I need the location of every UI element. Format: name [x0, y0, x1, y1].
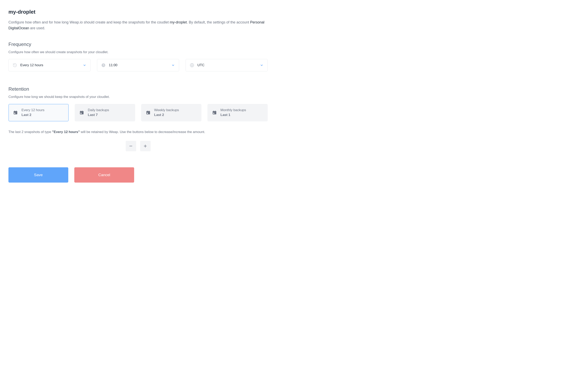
svg-rect-7	[16, 111, 17, 112]
svg-rect-11	[81, 111, 81, 112]
page-description: Configure how often and for how long Wea…	[8, 19, 268, 31]
retention-card-value: Last 7	[88, 113, 109, 117]
frequency-desc: Configure how often we should create sna…	[8, 50, 268, 55]
retention-card-value: Last 1	[220, 113, 246, 117]
retention-card-texts: Every 12 hours Last 2	[21, 108, 44, 117]
retention-card-texts: Monthly backups Last 1	[220, 108, 246, 117]
frequency-title: Frequency	[8, 41, 268, 48]
desc-pre: Configure how often and for how long Wea…	[8, 20, 170, 24]
calendar-icon	[212, 110, 217, 115]
history-icon	[13, 63, 17, 67]
svg-rect-16	[147, 111, 147, 112]
retention-card-weekly[interactable]: Weekly backups Last 2	[141, 104, 201, 121]
svg-rect-9	[80, 111, 84, 112]
svg-rect-12	[82, 111, 83, 112]
increase-button[interactable]: +	[140, 141, 151, 151]
retention-card-label: Weekly backups	[154, 108, 179, 113]
svg-rect-6	[15, 111, 15, 112]
chevron-down-icon	[83, 63, 86, 67]
decrease-button[interactable]: −	[126, 141, 136, 151]
time-select[interactable]: 11:00	[97, 59, 179, 71]
retention-card-texts: Daily backups Last 7	[88, 108, 109, 117]
retention-card-label: Daily backups	[88, 108, 109, 113]
action-row: Save Cancel	[8, 167, 268, 183]
retention-card-value: Last 2	[21, 113, 44, 117]
interval-value: Every 12 hours	[20, 63, 83, 68]
svg-rect-15	[147, 113, 148, 114]
retention-card-label: Every 12 hours	[21, 108, 44, 113]
calendar-icon	[79, 110, 84, 115]
retention-detail-strong: "Every 12 hours"	[52, 130, 80, 134]
retention-detail-post: will be retained by Weap. Use the button…	[80, 130, 205, 134]
retention-cards-row: Every 12 hours Last 2 Daily backups Last…	[8, 104, 268, 121]
clock-icon	[101, 63, 106, 67]
svg-rect-4	[14, 111, 17, 112]
retention-detail-pre: The last 2 snapshots of type	[8, 130, 52, 134]
retention-card-monthly[interactable]: Monthly backups Last 1	[208, 104, 268, 121]
retention-desc: Configure how long we should keep the sn…	[8, 94, 268, 99]
retention-card-value: Last 2	[154, 113, 179, 117]
retention-title: Retention	[8, 85, 268, 93]
chevron-down-icon	[260, 63, 263, 67]
save-button[interactable]: Save	[8, 167, 68, 183]
calendar-icon	[13, 110, 18, 115]
retention-card-daily[interactable]: Daily backups Last 7	[75, 104, 135, 121]
svg-rect-22	[215, 111, 215, 112]
stepper-row: − +	[8, 141, 268, 151]
time-value: 11:00	[109, 63, 171, 68]
page-title: my-droplet	[8, 8, 268, 16]
retention-card-12h[interactable]: Every 12 hours Last 2	[8, 104, 69, 121]
svg-rect-14	[147, 111, 150, 112]
cancel-button[interactable]: Cancel	[74, 167, 134, 183]
svg-rect-21	[213, 111, 214, 112]
frequency-row: Every 12 hours 11:00	[8, 59, 268, 71]
retention-detail: The last 2 snapshots of type "Every 12 h…	[8, 129, 268, 135]
retention-card-label: Monthly backups	[220, 108, 246, 113]
globe-icon	[190, 63, 194, 67]
timezone-select[interactable]: UTC	[186, 59, 268, 71]
retention-card-texts: Weekly backups Last 2	[154, 108, 179, 117]
desc-mid: . By default, the settings of the accoun…	[187, 20, 250, 24]
desc-droplet-name: my-droplet	[170, 20, 187, 24]
timezone-value: UTC	[197, 63, 260, 68]
svg-rect-10	[81, 113, 82, 114]
calendar-icon	[146, 110, 151, 115]
svg-rect-20	[213, 113, 214, 114]
desc-post: are used.	[29, 26, 45, 30]
svg-rect-5	[14, 113, 15, 114]
chevron-down-icon	[171, 63, 175, 67]
svg-rect-17	[149, 111, 149, 112]
interval-select[interactable]: Every 12 hours	[8, 59, 91, 71]
svg-rect-19	[213, 111, 216, 112]
